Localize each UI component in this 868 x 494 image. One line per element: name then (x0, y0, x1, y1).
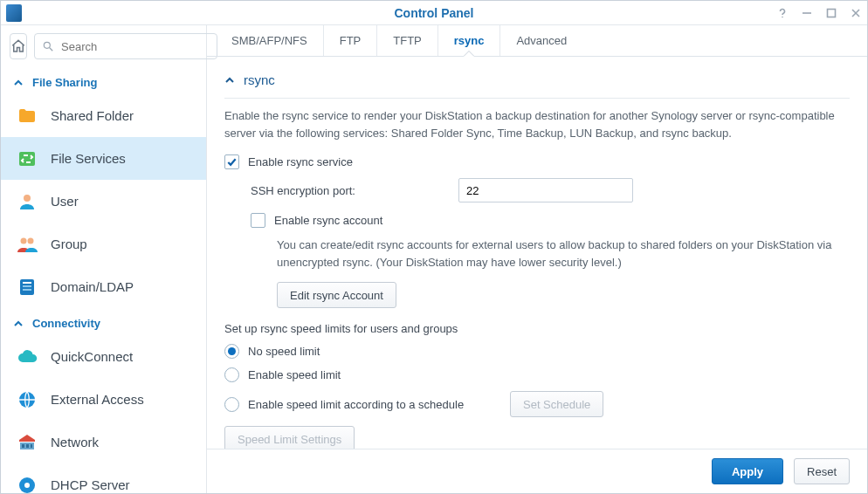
sidebar-item-label: Shared Folder (51, 108, 134, 123)
svg-point-0 (782, 17, 783, 18)
tab-advanced[interactable]: Advanced (500, 25, 582, 56)
content-area: SMB/AFP/NFS FTP TFTP rsync Advanced rsyn… (207, 25, 867, 493)
minimize-icon[interactable] (801, 7, 813, 19)
home-icon (10, 38, 26, 54)
rsync-account-note: You can create/edit rsync accounts for e… (224, 237, 850, 271)
section-file-sharing[interactable]: File Sharing (1, 67, 206, 94)
ssh-port-row: SSH encryption port: (224, 178, 850, 202)
search-field[interactable] (34, 33, 217, 59)
svg-point-9 (21, 237, 27, 244)
svg-point-21 (24, 483, 30, 488)
search-icon (42, 40, 54, 52)
section-connectivity-label: Connectivity (32, 317, 100, 330)
ssh-port-label: SSH encryption port: (251, 184, 458, 197)
speed-radio-schedule[interactable] (224, 397, 239, 412)
sidebar-item-label: User (51, 194, 79, 209)
rsync-section-title: rsync (244, 72, 275, 87)
enable-rsync-service-checkbox[interactable] (224, 154, 239, 169)
sidebar-item-label: Domain/LDAP (51, 279, 134, 294)
speed-radio-enable-row: Enable speed limit (224, 367, 850, 382)
user-icon (16, 190, 38, 213)
section-file-sharing-label: File Sharing (32, 76, 97, 89)
sidebar-top-row (1, 25, 206, 67)
apply-button[interactable]: Apply (712, 458, 783, 484)
tab-rsync[interactable]: rsync (438, 25, 501, 56)
speed-radio-enable[interactable] (224, 367, 239, 382)
svg-rect-19 (31, 444, 32, 448)
speed-limit-settings-button[interactable]: Speed Limit Settings (224, 426, 355, 449)
titlebar: Control Panel (1, 1, 867, 25)
chevron-up-icon (13, 319, 24, 329)
ldap-icon (16, 276, 38, 298)
tabs: SMB/AFP/NFS FTP TFTP rsync Advanced (207, 25, 867, 57)
tab-ftp[interactable]: FTP (324, 25, 378, 56)
svg-rect-14 (23, 289, 31, 291)
rsync-pane: rsync Enable the rsync service to render… (207, 57, 867, 449)
sidebar-item-quickconnect[interactable]: QuickConnect (1, 335, 206, 378)
enable-rsync-account-label: Enable rsync account (274, 214, 382, 227)
enable-rsync-service-label: Enable rsync service (248, 155, 353, 168)
sidebar-item-shared-folder[interactable]: Shared Folder (1, 94, 206, 137)
svg-point-8 (24, 195, 31, 202)
section-connectivity[interactable]: Connectivity (1, 308, 206, 335)
home-button[interactable] (10, 33, 27, 59)
svg-rect-12 (23, 282, 31, 284)
sidebar-item-label: File Services (51, 151, 126, 166)
svg-point-10 (28, 237, 34, 244)
close-icon[interactable] (850, 7, 862, 19)
enable-rsync-account-row: Enable rsync account (224, 213, 850, 228)
speed-radio-none-row: No speed limit (224, 344, 850, 359)
speed-radio-none[interactable] (224, 344, 239, 359)
window-controls (776, 1, 862, 25)
file-services-icon (16, 148, 38, 170)
sidebar-item-label: QuickConnect (51, 349, 133, 364)
ssh-port-input[interactable] (458, 178, 633, 202)
sidebar-item-label: DHCP Server (51, 477, 130, 492)
chevron-up-icon (13, 78, 24, 88)
group-icon (16, 233, 38, 256)
sidebar: File Sharing Shared Folder File Services… (1, 25, 207, 493)
speed-radio-schedule-label: Enable speed limit according to a schedu… (248, 398, 501, 411)
sidebar-item-label: Group (51, 237, 87, 251)
window-title: Control Panel (1, 6, 867, 20)
sidebar-item-external-access[interactable]: External Access (1, 378, 206, 421)
svg-rect-17 (22, 444, 24, 448)
control-panel-window: Control Panel File Sharing (0, 0, 868, 494)
rsync-section-header[interactable]: rsync (224, 69, 850, 99)
dhcp-icon (16, 474, 38, 495)
svg-rect-2 (828, 10, 836, 17)
search-input[interactable] (59, 39, 210, 54)
sidebar-item-label: Network (51, 435, 99, 449)
sidebar-item-file-services[interactable]: File Services (1, 137, 206, 180)
svg-line-6 (50, 48, 53, 51)
svg-rect-13 (23, 285, 31, 287)
sidebar-item-network[interactable]: Network (1, 421, 206, 463)
help-icon[interactable] (776, 7, 789, 19)
tab-tftp[interactable]: TFTP (377, 25, 438, 56)
rsync-description: Enable the rsync service to render your … (224, 107, 850, 142)
tab-smb[interactable]: SMB/AFP/NFS (216, 25, 324, 56)
sidebar-item-user[interactable]: User (1, 180, 206, 223)
svg-rect-7 (19, 152, 35, 166)
network-icon (16, 431, 38, 454)
footer: Apply Reset (207, 449, 867, 493)
speed-radio-schedule-row: Enable speed limit according to a schedu… (224, 391, 850, 417)
sidebar-item-group[interactable]: Group (1, 223, 206, 265)
sidebar-item-label: External Access (51, 392, 144, 407)
reset-button[interactable]: Reset (794, 458, 850, 484)
folder-icon (16, 105, 38, 127)
enable-rsync-account-checkbox[interactable] (251, 213, 265, 228)
enable-rsync-service-row: Enable rsync service (224, 154, 850, 169)
speed-radio-none-label: No speed limit (248, 345, 320, 358)
svg-point-5 (44, 42, 50, 48)
speed-limit-subhead: Set up rsync speed limits for users and … (224, 322, 850, 335)
edit-rsync-account-button[interactable]: Edit rsync Account (277, 282, 396, 308)
svg-rect-18 (26, 444, 29, 448)
cloud-icon (16, 346, 38, 368)
set-schedule-button[interactable]: Set Schedule (510, 391, 603, 417)
sidebar-item-domain-ldap[interactable]: Domain/LDAP (1, 265, 206, 308)
chevron-up-icon (224, 75, 235, 86)
sidebar-item-dhcp-server[interactable]: DHCP Server (1, 463, 206, 494)
speed-radio-enable-label: Enable speed limit (248, 368, 341, 381)
maximize-icon[interactable] (825, 7, 837, 19)
